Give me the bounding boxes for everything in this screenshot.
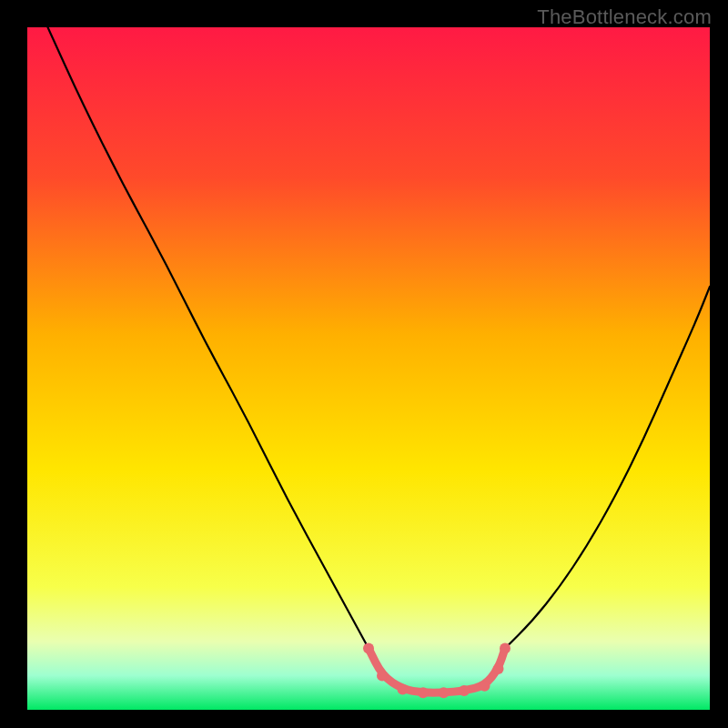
marker-point [459, 685, 470, 696]
watermark-text: TheBottleneck.com [537, 5, 712, 29]
marker-point [398, 684, 409, 695]
marker-point [439, 687, 450, 698]
marker-point [363, 643, 374, 654]
marker-point [500, 643, 511, 654]
chart-background-gradient [27, 27, 710, 710]
marker-point [418, 687, 429, 698]
chart-plot-area [27, 27, 710, 710]
marker-point [480, 681, 490, 692]
marker-point [493, 663, 504, 674]
chart-svg [27, 27, 710, 710]
marker-point [377, 671, 388, 682]
